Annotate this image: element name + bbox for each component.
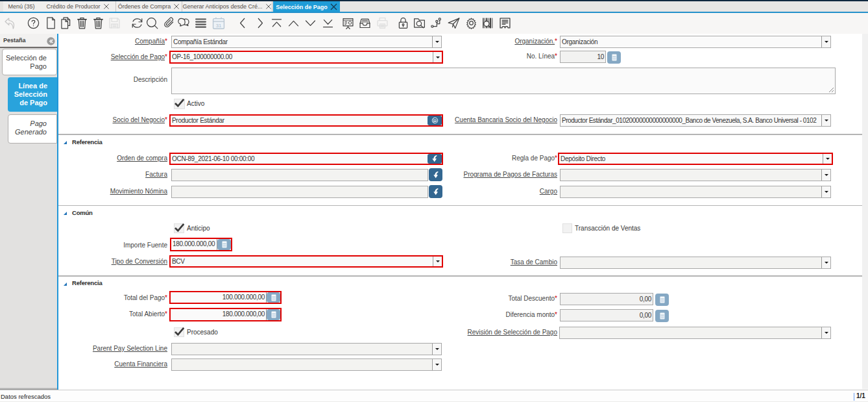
svg-text:31: 31 xyxy=(215,23,221,29)
